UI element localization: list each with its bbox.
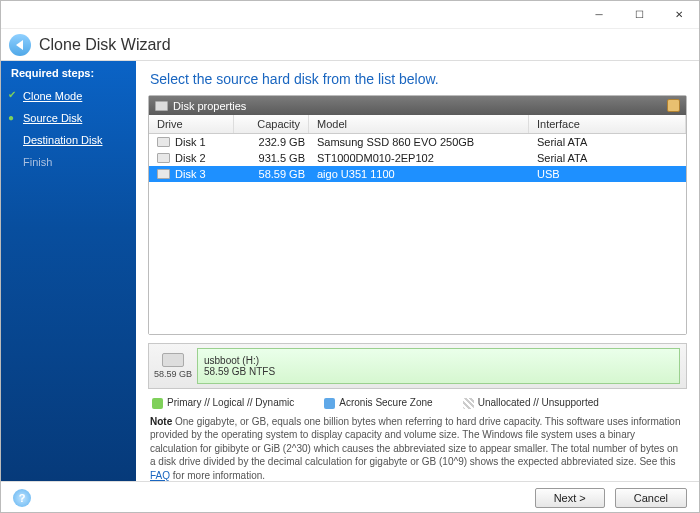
- table-row[interactable]: Disk 1 232.9 GB Samsung SSD 860 EVO 250G…: [149, 134, 686, 150]
- swatch-unallocated: [463, 398, 474, 409]
- swatch-primary: [152, 398, 163, 409]
- wizard-header: Clone Disk Wizard: [1, 29, 699, 61]
- disk-icon: [157, 153, 170, 163]
- page-title: Select the source hard disk from the lis…: [136, 61, 699, 95]
- window-title: Clone Disk Wizard: [39, 36, 171, 54]
- faq-link[interactable]: FAQ: [150, 470, 170, 481]
- titlebar: ─ ☐ ✕: [1, 1, 699, 29]
- sidebar-section-label: Required steps:: [1, 61, 136, 85]
- partition-bar[interactable]: usbboot (H:) 58.59 GB NTFS: [197, 348, 680, 384]
- column-chooser-icon[interactable]: [667, 99, 680, 112]
- disk-icon: [162, 353, 184, 367]
- close-button[interactable]: ✕: [659, 1, 699, 28]
- step-clone-mode[interactable]: Clone Mode: [1, 85, 136, 107]
- swatch-zone: [324, 398, 335, 409]
- col-capacity[interactable]: Capacity: [234, 115, 309, 133]
- minimize-button[interactable]: ─: [579, 1, 619, 28]
- disk-icon: [155, 101, 168, 111]
- disk-icon: [157, 169, 170, 179]
- step-finish: Finish: [1, 151, 136, 173]
- col-interface[interactable]: Interface: [529, 115, 686, 133]
- volume-detail: 58.59 GB NTFS: [204, 366, 673, 377]
- disk-icon: [157, 137, 170, 147]
- partition-map: 58.59 GB usbboot (H:) 58.59 GB NTFS: [148, 343, 687, 389]
- disk-list: Disk 1 232.9 GB Samsung SSD 860 EVO 250G…: [149, 134, 686, 334]
- table-row[interactable]: Disk 3 58.59 GB aigo U351 1100 USB: [149, 166, 686, 182]
- step-destination-disk[interactable]: Destination Disk: [1, 129, 136, 151]
- disk-properties-panel: Disk properties Drive Capacity Model Int…: [148, 95, 687, 335]
- col-drive[interactable]: Drive: [149, 115, 234, 133]
- next-button[interactable]: Next >: [535, 488, 605, 508]
- col-model[interactable]: Model: [309, 115, 529, 133]
- sidebar: Required steps: Clone Mode Source Disk D…: [1, 61, 136, 481]
- note-text: Note One gigabyte, or GB, equals one bil…: [136, 415, 699, 487]
- table-row[interactable]: Disk 2 931.5 GB ST1000DM010-2EP102 Seria…: [149, 150, 686, 166]
- volume-label: usbboot (H:): [204, 355, 673, 366]
- table-header: Drive Capacity Model Interface: [149, 115, 686, 134]
- panel-title: Disk properties: [173, 100, 246, 112]
- disk-size-icon: 58.59 GB: [149, 353, 197, 379]
- help-icon[interactable]: ?: [13, 489, 31, 507]
- step-source-disk[interactable]: Source Disk: [1, 107, 136, 129]
- main-content: Select the source hard disk from the lis…: [136, 61, 699, 481]
- panel-header: Disk properties: [149, 96, 686, 115]
- back-icon[interactable]: [9, 34, 31, 56]
- partition-legend: Primary // Logical // Dynamic Acronis Se…: [136, 393, 699, 415]
- maximize-button[interactable]: ☐: [619, 1, 659, 28]
- cancel-button[interactable]: Cancel: [615, 488, 687, 508]
